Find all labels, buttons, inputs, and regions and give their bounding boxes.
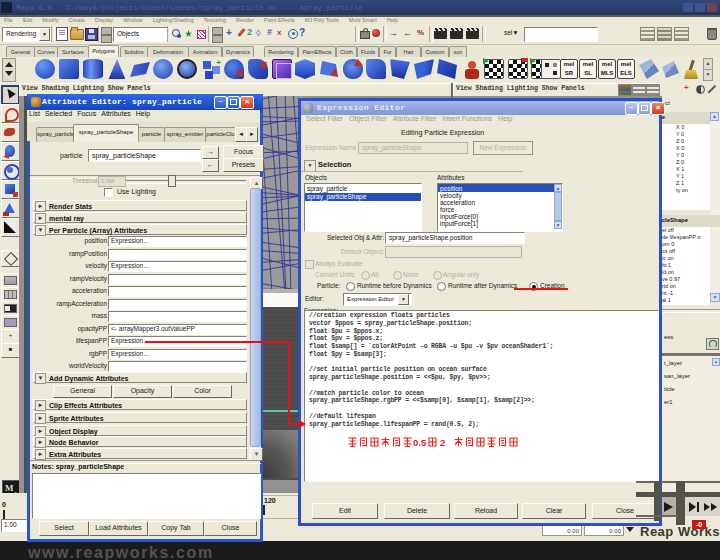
svg-text:2: 2 [440,437,445,448]
svg-text:0.5: 0.5 [413,437,427,448]
